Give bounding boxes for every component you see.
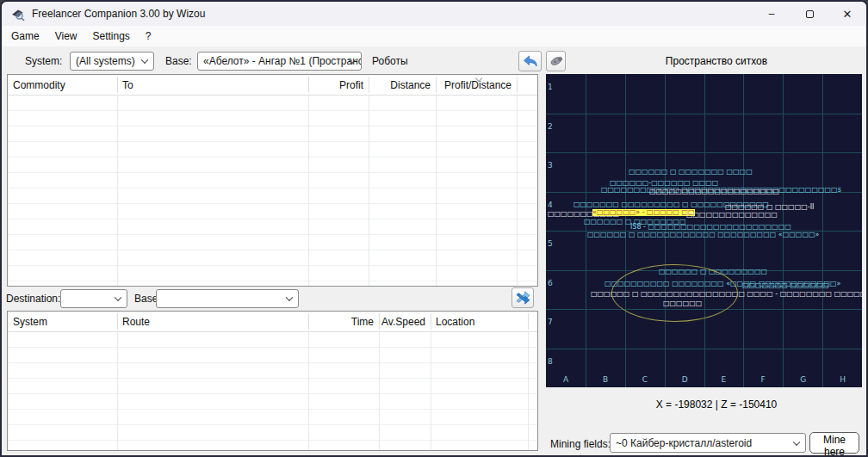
mining-zone-ellipse (611, 264, 738, 322)
map-title: Пространство ситхов (570, 55, 863, 67)
map-object-label[interactable]: □□□□□□□ □□□□□□ (742, 282, 829, 289)
column-header-profit[interactable]: Profit (308, 75, 369, 96)
column-gridline (308, 96, 309, 286)
column-gridline (308, 332, 309, 450)
menu-item-game[interactable]: Game (3, 28, 47, 45)
column-gridline (379, 332, 380, 450)
close-button[interactable]: ✕ (828, 2, 866, 26)
column-header-location[interactable]: Location (431, 312, 528, 332)
chevron-down-icon (793, 438, 800, 445)
mining-fields-combobox[interactable]: ~0 Кайбер-кристалл/asteroid (610, 433, 806, 453)
column-gridline (117, 332, 118, 450)
menu-item-?[interactable]: ? (138, 28, 159, 45)
map-column-label: A (563, 375, 568, 384)
column-header-system[interactable]: System (8, 312, 117, 332)
mine-here-button[interactable]: Mine here (809, 432, 859, 454)
map-object-label[interactable]: IS8 - □□□□□□□□□□□□□□□□□□□□□□ (630, 224, 791, 231)
map-gridline-horizontal (546, 349, 862, 349)
trade-table-body[interactable] (8, 96, 537, 286)
column-gridline (117, 96, 118, 286)
column-header-to[interactable]: To (117, 75, 308, 96)
destination-combobox[interactable] (60, 289, 127, 308)
ship-button[interactable] (546, 51, 566, 71)
app-window: Freelancer Companion 3.00 by Wizou – ✕ G… (0, 0, 868, 457)
title-bar: Freelancer Companion 3.00 by Wizou – ✕ (2, 2, 866, 26)
menu-item-settings[interactable]: Settings (84, 28, 137, 45)
chevron-down-icon (286, 294, 293, 301)
column-separator (528, 313, 529, 330)
base-combobox[interactable]: «Абелот» - Ангар №1 (Пространств (197, 52, 362, 71)
column-gridline (528, 332, 529, 450)
map-column-label: E (722, 375, 727, 384)
map-column-label: G (800, 375, 806, 384)
route-table-header: SystemRouteTimeAv.SpeedLocation (8, 312, 537, 332)
menu-bar: GameViewSettings? (2, 26, 866, 46)
map-row-label: 6 (548, 279, 553, 287)
maximize-button[interactable] (790, 2, 828, 26)
maximize-icon (806, 10, 814, 18)
map-row-label: 2 (548, 122, 553, 131)
map-column-label: B (603, 375, 608, 384)
trade-table-header: CommodityToProfitDistanceProfit/Distance (8, 75, 537, 96)
route-table-body[interactable] (8, 332, 537, 450)
system-combobox-value: (All systems) (76, 55, 135, 67)
map-object-label-selected[interactable]: «□□□□□□» - □□□□□ □□ (592, 209, 695, 216)
map-row-label: 8 (548, 357, 553, 366)
app-icon (10, 7, 25, 22)
base-label: Base: (165, 55, 192, 67)
system-combobox[interactable]: (All systems) (70, 52, 154, 71)
star-map[interactable]: 12345678ABCDEFGH□□□□□□ □ □□□□□□□ □□□□□□□… (546, 74, 862, 387)
system-label: System: (25, 55, 62, 67)
map-row-label: 3 (548, 161, 553, 170)
map-row-label: 4 (548, 201, 553, 209)
back-button[interactable] (518, 51, 542, 71)
column-gridline (431, 332, 431, 450)
destination-label: Destination: (6, 293, 60, 305)
map-object-label[interactable]: □□□□□□ □ □□□□□□□ □□□□ (629, 169, 753, 176)
map-object-label[interactable]: □□□□□□□□□□□□□□ (686, 212, 778, 219)
swap-arrows-icon (515, 291, 530, 305)
ship-icon (549, 55, 563, 67)
base-combobox-value: «Абелот» - Ангар №1 (Пространств (203, 55, 362, 67)
map-column-label: F (760, 375, 765, 384)
window-title: Freelancer Companion 3.00 by Wizou (32, 8, 205, 20)
column-gridline (369, 96, 369, 286)
route-table[interactable]: SystemRouteTimeAv.SpeedLocation (7, 311, 538, 451)
chevron-down-icon (141, 57, 148, 64)
map-coordinates: X = -198032 | Z = -150410 (570, 398, 863, 411)
chevron-down-icon (115, 294, 121, 301)
column-header-time[interactable]: Time (308, 312, 379, 332)
trade-table[interactable]: CommodityToProfitDistanceProfit/Distance (7, 74, 538, 287)
map-object-label[interactable]: □□□□□□ □ □□□□□□□□□□□□ □□□□□□□□□ «□□□□□» (587, 232, 819, 238)
column-header-commodity[interactable]: Commodity (8, 75, 117, 96)
map-object-label[interactable]: □□□□□□ □ □□□□□-II (725, 204, 814, 211)
map-row-label: 7 (548, 318, 553, 326)
map-column-label: H (840, 375, 846, 384)
map-object-label[interactable]: □□□□□□□□□□□□□□□□□□□□ (649, 188, 779, 195)
map-row-label: 5 (548, 239, 553, 248)
map-gridline-horizontal (546, 152, 862, 153)
menu-item-view[interactable]: View (47, 28, 85, 45)
back-arrow-icon (523, 54, 538, 68)
column-gridline (517, 96, 518, 286)
minimize-button[interactable]: – (753, 2, 790, 26)
commodity-label: Роботы (372, 55, 408, 67)
mining-fields-combobox-value: ~0 Кайбер-кристалл/asteroid (616, 437, 752, 449)
mining-fields-label: Mining fields: (550, 438, 611, 450)
column-header-route[interactable]: Route (117, 312, 308, 332)
map-gridline-horizontal (546, 114, 862, 114)
column-separator (517, 77, 518, 93)
column-header-distance[interactable]: Distance (369, 75, 436, 96)
destination-base-combobox[interactable] (156, 289, 299, 308)
map-row-label: 1 (548, 83, 553, 91)
column-gridline (436, 96, 437, 286)
map-column-label: C (642, 375, 648, 384)
swap-route-button[interactable] (512, 287, 534, 308)
column-header-av.speed[interactable]: Av.Speed (379, 312, 431, 332)
map-column-label: D (682, 375, 688, 384)
